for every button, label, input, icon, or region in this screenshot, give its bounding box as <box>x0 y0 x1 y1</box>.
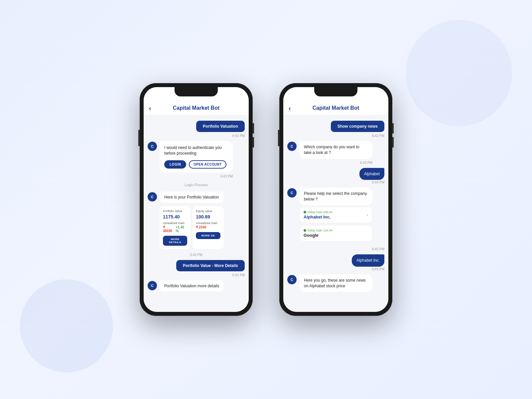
bot-avatar-auth: C <box>148 142 157 151</box>
select-company-bubble: Please help me select the company below … <box>299 188 372 205</box>
company-item-alphabet[interactable]: Today Gain 268.50 Alphabet Inc. › <box>299 207 372 223</box>
bg-decoration-right <box>406 20 512 126</box>
gain-dot-google <box>304 229 306 232</box>
power-btn <box>138 130 140 146</box>
auth-message-row: C I would need to authenticate you befor… <box>148 141 245 178</box>
back-arrow-left[interactable]: ‹ <box>149 104 151 112</box>
card2-gain-row: ₹ 2345 <box>196 225 220 229</box>
auth-bubble: I would need to authenticate you before … <box>160 141 233 173</box>
alphabet-user-bubble: Alphabet <box>359 168 384 180</box>
portfolio-center-time: 6:43 PM <box>148 253 245 257</box>
vol-dn-btn <box>253 137 254 148</box>
select-company-time: 6:45 PM <box>287 247 384 251</box>
show-company-news-btn[interactable]: Show company news <box>331 121 384 132</box>
alphabet-user-row: Alphabet 6:44 PM <box>287 168 384 185</box>
phones-container: ‹ Capital Market Bot Portfolio Valuation… <box>140 83 392 316</box>
alphabet-info: Today Gain 268.50 Alphabet Inc. <box>304 210 332 219</box>
google-info: Today Gain 120.34 Google <box>304 229 332 238</box>
show-company-news-time: 6:42 PM <box>372 134 384 138</box>
notch-right <box>314 87 357 96</box>
company-cards: Today Gain 268.50 Alphabet Inc. › <box>299 207 372 243</box>
phone-right-screen: ‹ Capital Market Bot Show company news 6… <box>283 87 388 312</box>
here-you-go-bubble: Here you go, these are some news on Alph… <box>299 274 372 292</box>
chat-area-right[interactable]: Show company news 6:42 PM C Which compan… <box>283 115 388 312</box>
more-details-btn-1[interactable]: MORE DETAILS <box>163 236 187 246</box>
card1-gain-value: ₹ 36590 <box>163 225 174 233</box>
card1-gain-pct: +1.45 % <box>176 225 187 233</box>
vol-up-btn <box>253 123 254 134</box>
show-company-news-action: Show company news 6:42 PM <box>287 121 384 138</box>
more-details-btn-2[interactable]: MORE DE <box>196 232 220 239</box>
bot-avatar-portfolio: C <box>148 192 157 201</box>
alphabet-gain-label: Today Gain 268.50 <box>304 210 332 214</box>
portfolio-card-2: Equity value 100.89 Unrealized Gain ₹ 23… <box>193 206 223 249</box>
card1-value: 1175.40 <box>163 214 187 219</box>
google-gain-label: Today Gain 120.34 <box>304 229 332 232</box>
card1-gain-row: ₹ 36590 +1.45 % <box>163 225 187 233</box>
portfolio-valuation-action: Portfolio Valuation 6:42 PM <box>148 121 245 138</box>
google-name: Google <box>304 233 332 238</box>
phone-right: ‹ Capital Market Bot Show company news 6… <box>279 83 392 316</box>
portfolio-heading: Here is your Portfolio Valuation <box>160 192 224 203</box>
app-title-right: Capital Market Bot <box>313 105 359 111</box>
alphabet-name: Alphabet Inc. <box>304 214 332 219</box>
here-you-go-row: C Here you go, these are some news on Al… <box>287 274 384 292</box>
bot-avatar-which: C <box>287 142 297 151</box>
auth-text: I would need to authenticate you before … <box>164 145 228 156</box>
vol-dn-btn-r <box>392 137 394 148</box>
card2-gain-label: Unrealized Gain <box>196 221 220 225</box>
app-header-left: ‹ Capital Market Bot <box>144 102 249 115</box>
which-company-bubble: Which company do you want to take a look… <box>299 141 372 159</box>
vol-up-btn-r <box>392 123 394 134</box>
card2-value: 100.89 <box>196 214 220 219</box>
alphabet-chevron: › <box>366 212 368 217</box>
power-btn-r <box>278 130 279 146</box>
portfolio-more-time: 6:42 PM <box>232 273 245 277</box>
portfolio-card-1: Portfolio Value 1175.40 Unrealized Gain … <box>160 206 191 249</box>
auth-content: I would need to authenticate you before … <box>160 141 233 178</box>
which-company-row: C Which company do you want to take a lo… <box>287 141 384 165</box>
company-item-google[interactable]: Today Gain 120.34 Google <box>299 225 372 241</box>
card2-label: Equity value <box>196 209 220 213</box>
portfolio-valuation-time: 6:42 PM <box>232 134 245 138</box>
card1-gain-label: Unrealized Gain <box>163 221 187 225</box>
card1-label: Portfolio Value <box>163 209 187 213</box>
chat-area-left[interactable]: Portfolio Valuation 6:42 PM C I would ne… <box>144 115 249 312</box>
auth-buttons: LOGIN OPEN ACCOUNT <box>164 160 228 169</box>
app-header-right: ‹ Capital Market Bot <box>283 102 388 115</box>
bot-avatar-news: C <box>287 275 297 284</box>
portfolio-more-action: Portfolio Value - More Details 6:42 PM <box>148 260 245 277</box>
bot-avatar-detail: C <box>148 281 157 290</box>
portfolio-more-btn[interactable]: Portfolio Value - More Details <box>176 260 245 271</box>
bot-avatar-select: C <box>287 188 297 198</box>
portfolio-cards: Portfolio Value 1175.40 Unrealized Gain … <box>160 206 224 249</box>
alphabet-inc-user-row: Alphabet Inc. 6:44 PM <box>287 254 384 271</box>
login-button[interactable]: LOGIN <box>164 160 186 169</box>
which-company-time: 6:43 PM <box>299 161 372 165</box>
notch-left <box>175 87 218 96</box>
select-company-content: Please help me select the company below … <box>299 188 372 243</box>
portfolio-valuation-btn[interactable]: Portfolio Valuation <box>196 121 245 132</box>
login-process-label: Login Process <box>148 183 245 187</box>
portfolio-content: Here is your Portfolio Valuation Portfol… <box>160 192 224 249</box>
which-company-content: Which company do you want to take a look… <box>299 141 372 165</box>
select-company-row: C Please help me select the company belo… <box>287 188 384 243</box>
app-title-left: Capital Market Bot <box>173 105 219 111</box>
phone-left: ‹ Capital Market Bot Portfolio Valuation… <box>140 83 253 316</box>
alphabet-inc-user-bubble: Alphabet Inc. <box>352 254 384 267</box>
alphabet-inc-user-time: 6:44 PM <box>372 267 384 271</box>
portfolio-detail-content: Portfolio Valuation more details <box>160 280 224 292</box>
portfolio-message-row: C Here is your Portfolio Valuation Portf… <box>148 192 245 249</box>
portfolio-detail-row: C Portfolio Valuation more details <box>148 280 245 292</box>
auth-time: 6:43 PM <box>160 175 233 178</box>
here-you-go-content: Here you go, these are some news on Alph… <box>299 274 372 292</box>
open-account-button[interactable]: OPEN ACCOUNT <box>189 160 226 169</box>
back-arrow-right[interactable]: ‹ <box>289 104 291 112</box>
phone-left-screen: ‹ Capital Market Bot Portfolio Valuation… <box>144 87 249 312</box>
alphabet-user-time: 6:44 PM <box>372 181 384 184</box>
portfolio-detail-text: Portfolio Valuation more details <box>160 280 224 292</box>
gain-dot-alphabet <box>304 211 306 213</box>
card2-gain-value: ₹ 2345 <box>196 225 206 229</box>
bg-decoration-left <box>20 279 113 372</box>
